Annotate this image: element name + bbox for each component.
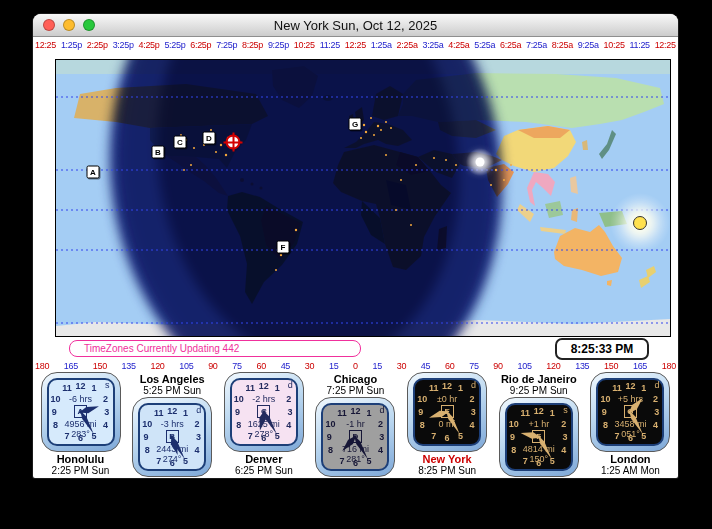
ruler-label: 15 [373,361,382,372]
ruler-label: 4:25a [448,40,469,51]
ruler-label: 30 [305,361,314,372]
map-marker-c[interactable]: C [174,136,187,149]
city-time: 9:25 PM Sun [501,385,577,397]
city-clock-chicago[interactable]: d -1 hr D 716 mi 281° 121234567891011 Ch… [311,372,400,478]
city-time: 5:25 PM Sun [140,385,205,397]
clock-numeral: 12 [350,406,360,416]
clock-numeral: 2 [561,419,566,429]
city-clock-rio-de-janeiro[interactable]: s +1 hr F 4814 mi 150° 121234567891011 R… [494,372,583,478]
map-marker-g[interactable]: G [349,118,362,131]
status-message: TimeZones Currently Updating 442 [84,343,239,354]
ruler-label: 3:25a [422,40,443,51]
clock-numeral: 12 [259,381,269,391]
ruler-label: 120 [546,361,560,372]
clock-face: s -6 hrs A 4956 mi 283° 121234567891011 [47,378,115,446]
clock-numeral: 1 [183,408,188,418]
clock-numeral: 7 [65,431,70,441]
clock-face: s +1 hr F 4814 mi 150° 121234567891011 [505,403,573,471]
clock-numeral: 12 [167,406,177,416]
clock-numeral: 6 [445,433,450,443]
clock-numeral: 7 [523,456,528,466]
clock-numeral: 10 [234,394,244,404]
clock-numeral: 7 [614,431,619,441]
clock-bezel: d -2 hrs C 1625 mi 278° 121234567891011 [224,372,304,452]
clock-numeral: 12 [625,381,635,391]
clock-label: New York 8:25 PM Sun [418,453,476,477]
clock-numeral: 1 [641,383,646,393]
map-marker-d[interactable]: D [203,132,216,145]
clock-numeral: 12 [442,381,452,391]
ruler-label: 2:25p [87,40,108,51]
ruler-label: 7:25p [216,40,237,51]
clock-numeral: 4 [470,420,475,430]
clock-numeral: 10 [417,394,427,404]
ruler-label: 5:25p [164,40,185,51]
ruler-label: 0 [353,361,358,372]
ruler-label: 9:25p [268,40,289,51]
window-controls [33,19,95,31]
city-clock-london[interactable]: d +5 hrs G 3458 mi 051° 121234567891011 … [586,372,675,478]
ruler-label: 135 [575,361,589,372]
clock-numeral: 11 [337,408,347,418]
sun-icon [633,216,647,230]
clock-bezel: d -1 hr D 716 mi 281° 121234567891011 [315,397,395,477]
map-marker-b[interactable]: B [152,146,165,159]
clock-label: Honolulu 2:25 PM Sun [52,453,110,477]
ruler-label: 11:25 [629,40,649,51]
clock-numeral: 5 [275,431,280,441]
clock-numeral: 2 [195,419,200,429]
window-titlebar[interactable]: New York Sun, Oct 12, 2025 [33,14,678,37]
app-window: New York Sun, Oct 12, 2025 12:251:25p2:2… [33,14,678,478]
ruler-label: 75 [469,361,478,372]
map-marker-a[interactable]: A [87,166,100,179]
clock-numeral: 4 [653,420,658,430]
city-clocks-row: s -6 hrs A 4956 mi 283° 121234567891011 … [36,372,675,478]
clock-face: d -2 hrs C 1625 mi 278° 121234567891011 [230,378,298,446]
clock-numeral: 8 [420,420,425,430]
city-clock-new-york[interactable]: d ±0 hr E 0 mi 121234567891011 New York [403,372,492,478]
world-map[interactable]: ABCDFG [55,59,671,337]
clock-label: Rio de Janeiro 9:25 PM Sun [501,373,577,397]
clock-numeral: 9 [510,432,515,442]
clock-numeral: 6 [628,433,633,443]
clock-numeral: 4 [561,445,566,455]
city-time: 1:25 AM Mon [601,465,660,477]
ruler-label: 3:25p [113,40,134,51]
digital-clock: 8:25:33 PM [555,338,649,360]
clock-numeral: 8 [328,445,333,455]
clock-numeral: 6 [78,433,83,443]
map-marker-f[interactable]: F [277,241,290,254]
target-location-icon[interactable] [226,135,241,150]
clock-numeral: 10 [600,394,610,404]
ruler-label: 165 [64,361,78,372]
city-clock-los-angeles[interactable]: d -3 hrs B 2443 mi 274° 121234567891011 … [128,372,217,478]
clock-numeral: 11 [429,383,439,393]
clock-face: d -3 hrs B 2443 mi 274° 121234567891011 [138,403,206,471]
clock-numeral: 2 [286,394,291,404]
desktop: New York Sun, Oct 12, 2025 12:251:25p2:2… [0,0,712,529]
zoom-button[interactable] [83,19,95,31]
clock-numeral: 4 [195,445,200,455]
ruler-label: 6:25p [190,40,211,51]
close-button[interactable] [43,19,55,31]
clock-face: d ±0 hr E 0 mi 121234567891011 [413,378,481,446]
clock-numeral: 2 [378,419,383,429]
city-clock-denver[interactable]: d -2 hrs C 1625 mi 278° 121234567891011 … [219,372,308,478]
clock-numeral: 8 [603,420,608,430]
clock-numeral: 7 [431,431,436,441]
city-name: Chicago [327,373,385,385]
ruler-label: 150 [93,361,107,372]
minimize-button[interactable] [63,19,75,31]
ruler-label: 60 [445,361,454,372]
clock-numeral: 12 [534,406,544,416]
ruler-label: 45 [421,361,430,372]
clock-face: d +5 hrs G 3458 mi 051° 121234567891011 [596,378,664,446]
clock-numeral: 9 [602,407,607,417]
city-clock-honolulu[interactable]: s -6 hrs A 4956 mi 283° 121234567891011 … [36,372,125,478]
ruler-label: 75 [232,361,241,372]
clock-numeral: 3 [104,407,109,417]
ruler-label: 5:25a [474,40,495,51]
ruler-label: 9:25a [578,40,599,51]
clock-numeral: 11 [521,408,531,418]
clock-bezel: d -3 hrs B 2443 mi 274° 121234567891011 [132,397,212,477]
